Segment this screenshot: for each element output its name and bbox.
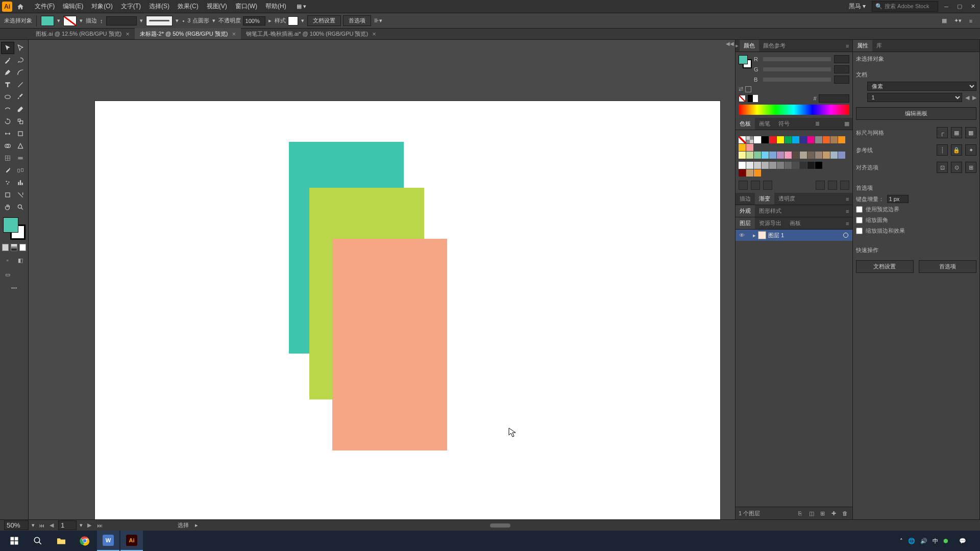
menu-object[interactable]: 对象(O): [87, 2, 116, 11]
canvas-area[interactable]: ◀◀: [29, 40, 735, 519]
align-icon[interactable]: ⊪▾: [373, 17, 383, 24]
artboard-number-input[interactable]: [58, 520, 77, 530]
gradient-tab[interactable]: 渐变: [755, 193, 774, 205]
user-dropdown[interactable]: 黑马 ▾: [846, 2, 869, 11]
document-tab-3[interactable]: 钢笔工具-晚秋插画.ai* @ 100% (RGB/GPU 预览)×: [241, 28, 381, 39]
ruler-icon[interactable]: ┌: [937, 127, 948, 138]
delete-swatch-icon[interactable]: [840, 181, 849, 190]
swatch[interactable]: [762, 152, 769, 159]
new-group-icon[interactable]: [816, 181, 825, 190]
snap-grid-icon[interactable]: ⊞: [965, 162, 976, 173]
smart-guides-icon[interactable]: ✦: [965, 144, 976, 156]
pen-tool[interactable]: [1, 66, 14, 79]
swatch[interactable]: [739, 144, 746, 151]
brush-caret[interactable]: ▾: [175, 17, 180, 24]
artboard-select[interactable]: 1: [867, 93, 962, 102]
close-tab-icon[interactable]: ×: [126, 30, 130, 38]
swatch[interactable]: [807, 136, 815, 143]
delete-layer-icon[interactable]: 🗑: [841, 509, 849, 517]
swatch[interactable]: [800, 152, 807, 159]
swatch[interactable]: [815, 152, 822, 159]
artboard[interactable]: [95, 101, 720, 519]
menu-view[interactable]: 视图(V): [203, 2, 231, 11]
expand-icon[interactable]: ▸: [736, 42, 740, 49]
snap-point-icon[interactable]: ⊙: [951, 162, 962, 173]
maximize-button[interactable]: ▢: [954, 2, 965, 11]
document-setup-button[interactable]: 文档设置: [307, 15, 341, 26]
swatch[interactable]: [777, 136, 784, 143]
first-artboard-icon[interactable]: ⏮: [38, 522, 45, 529]
graphic-style-swatch[interactable]: [288, 16, 298, 26]
collapse-panels-icon[interactable]: ◀◀: [726, 41, 734, 46]
swatch[interactable]: [838, 152, 845, 159]
none-mode[interactable]: [19, 244, 26, 251]
stock-search-input[interactable]: 🔍 搜索 Adobe Stock: [872, 1, 938, 12]
notifications-icon[interactable]: 💬: [953, 533, 972, 548]
r-value[interactable]: [834, 55, 849, 63]
mesh-tool[interactable]: [1, 152, 14, 164]
menu-type[interactable]: 文字(T): [117, 2, 145, 11]
rectangle-salmon[interactable]: [332, 239, 447, 450]
stroke-link-icon[interactable]: ↕: [99, 18, 104, 24]
swatch[interactable]: [746, 144, 753, 151]
preferences-button[interactable]: 首选项: [343, 15, 371, 26]
properties-tab[interactable]: 属性: [853, 40, 872, 52]
none-swatch[interactable]: [739, 95, 746, 102]
visibility-toggle-icon[interactable]: 👁: [738, 232, 746, 238]
swatches-tab[interactable]: 色板: [736, 118, 755, 130]
swatch[interactable]: [777, 152, 784, 159]
symbol-sprayer-tool[interactable]: [1, 177, 14, 189]
r-slider[interactable]: [763, 57, 831, 61]
security-icon[interactable]: ⬢: [943, 538, 948, 544]
panel-toggle-icon[interactable]: ✦▾: [952, 16, 963, 26]
swap-icon[interactable]: ⇄: [739, 86, 743, 92]
swatch[interactable]: [800, 162, 807, 169]
grid-icon[interactable]: ▦: [951, 127, 962, 138]
next-artboard-icon[interactable]: ▶: [86, 522, 93, 529]
edit-toolbar-button[interactable]: •••: [1, 285, 27, 291]
prev-artboard-icon[interactable]: ◀: [48, 522, 55, 529]
snap-pixel-icon[interactable]: ⊡: [937, 162, 948, 173]
volume-icon[interactable]: 🔊: [920, 538, 927, 544]
swatch-list-icon[interactable]: ≣: [812, 120, 823, 127]
swatch[interactable]: [785, 136, 792, 143]
swatch-registration[interactable]: [746, 136, 753, 143]
type-tool[interactable]: [1, 79, 14, 91]
units-select[interactable]: 像素: [867, 82, 976, 91]
selection-tool[interactable]: [1, 42, 14, 54]
target-icon[interactable]: [843, 233, 848, 238]
libraries-tab[interactable]: 库: [872, 40, 886, 52]
graphic-styles-tab[interactable]: 图形样式: [755, 205, 786, 217]
new-layer-icon[interactable]: ✚: [830, 509, 838, 517]
stroke-weight-input[interactable]: [106, 16, 137, 26]
status-menu-icon[interactable]: ▸: [195, 522, 198, 529]
swatch[interactable]: [830, 136, 838, 143]
swatch[interactable]: [785, 162, 792, 169]
panel-menu-icon[interactable]: ≡: [843, 196, 852, 202]
opacity-dropdown[interactable]: ▸: [267, 17, 273, 24]
swatch[interactable]: [800, 136, 807, 143]
scale-tool[interactable]: [14, 115, 28, 128]
swatch[interactable]: [754, 169, 761, 177]
swatch-none[interactable]: [739, 136, 746, 143]
layer-name[interactable]: 图层 1: [768, 232, 843, 239]
magic-wand-tool[interactable]: [1, 54, 14, 66]
zoom-input[interactable]: [4, 520, 29, 530]
swatch[interactable]: [830, 152, 838, 159]
artboard-tool[interactable]: [1, 189, 14, 201]
swatch[interactable]: [746, 169, 753, 177]
swatch[interactable]: [762, 136, 769, 143]
stroke-weight-dropdown[interactable]: ▾: [139, 17, 144, 24]
prev-artboard-icon[interactable]: ◀: [965, 94, 969, 101]
asset-export-tab[interactable]: 资源导出: [755, 217, 786, 229]
layers-tab[interactable]: 图层: [736, 217, 755, 229]
swatch[interactable]: [769, 136, 776, 143]
swatch[interactable]: [807, 152, 815, 159]
wps-icon[interactable]: W: [97, 531, 119, 551]
color-fill-stroke[interactable]: [739, 55, 752, 68]
document-tab-2[interactable]: 未标题-2* @ 50% (RGB/GPU 预览)×: [135, 28, 241, 39]
line-tool[interactable]: [14, 79, 28, 91]
color-tab[interactable]: 颜色: [740, 40, 759, 52]
swatch[interactable]: [823, 136, 830, 143]
horizontal-scrollbar[interactable]: [490, 523, 510, 528]
